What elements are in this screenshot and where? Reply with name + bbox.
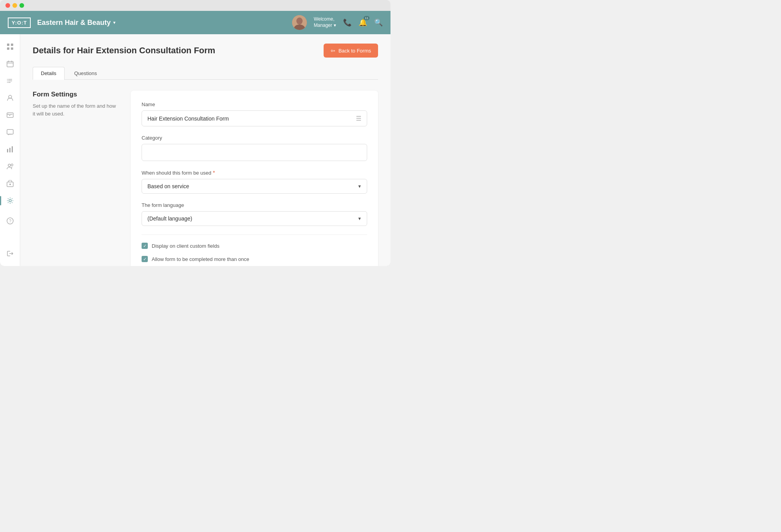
language-select[interactable]: (Default language) English French Spanis… [142, 211, 367, 226]
svg-rect-5 [7, 47, 9, 50]
sidebar-item-list[interactable] [2, 73, 18, 89]
sidebar-item-loyalty[interactable] [2, 176, 18, 191]
language-label: The form language [142, 202, 367, 208]
svg-rect-20 [7, 149, 8, 152]
svg-point-26 [9, 184, 11, 185]
welcome-text: Welcome, Manager ▾ [314, 16, 336, 28]
svg-point-23 [8, 164, 11, 166]
checkbox-allow-multiple: ✓ Allow form to be completed more than o… [142, 256, 367, 262]
svg-rect-19 [7, 130, 13, 134]
form-body: Form Settings Set up the name of the for… [33, 91, 378, 266]
page-title: Details for Hair Extension Consultation … [33, 46, 324, 56]
svg-rect-7 [7, 61, 13, 67]
check-icon: ✓ [143, 243, 147, 248]
phone-icon[interactable]: 📞 [343, 18, 352, 27]
form-fields-panel: Name Hair Extension Consultation Form ☰ … [131, 91, 378, 266]
checkbox-display-custom-box[interactable]: ✓ [142, 243, 148, 249]
page-header: Details for Hair Extension Consultation … [33, 44, 378, 58]
divider [142, 234, 367, 235]
notification-badge: 11 [364, 16, 369, 20]
when-select-wrapper: Based on service Always Never [142, 179, 367, 194]
svg-rect-4 [11, 44, 13, 46]
title-bar [0, 0, 390, 11]
language-select-wrapper: (Default language) English French Spanis… [142, 211, 367, 226]
language-field-group: The form language (Default language) Eng… [142, 202, 367, 226]
brand-dropdown-icon[interactable]: ▾ [113, 20, 116, 25]
name-input-value: Hair Extension Consultation Form [147, 116, 356, 122]
name-label: Name [142, 102, 367, 107]
topnav-right: Welcome, Manager ▾ 📞 🔔 11 🔍 [292, 15, 383, 30]
back-to-forms-button[interactable]: ⇦ Back to Forms [324, 44, 378, 58]
sidebar: ? [0, 34, 20, 266]
sidebar-item-messages[interactable] [2, 124, 18, 140]
search-icon[interactable]: 🔍 [374, 18, 383, 27]
svg-point-16 [7, 82, 8, 83]
sidebar-item-staff[interactable] [2, 159, 18, 174]
app-body: ? Details for Hair Extension Consultatio… [0, 34, 390, 266]
sidebar-item-settings[interactable] [2, 193, 18, 208]
maximize-dot[interactable] [19, 3, 24, 8]
sidebar-item-dashboard[interactable] [2, 39, 18, 54]
svg-point-24 [11, 164, 13, 166]
avatar-image [292, 15, 307, 30]
svg-rect-6 [11, 47, 13, 50]
checkbox-display-custom: ✓ Display on client custom fields [142, 243, 367, 249]
category-field-group: Category [142, 135, 367, 161]
notification-icon[interactable]: 🔔 11 [359, 18, 367, 27]
brand-name: Eastern Hair & Beauty [37, 19, 110, 27]
category-label: Category [142, 135, 367, 141]
when-label: When should this form be used * [142, 170, 367, 176]
form-settings-sidebar: Form Settings Set up the name of the for… [33, 91, 118, 266]
checkbox-allow-multiple-box[interactable]: ✓ [142, 256, 148, 262]
avatar[interactable] [292, 15, 307, 30]
svg-rect-22 [12, 146, 13, 152]
svg-rect-3 [7, 44, 9, 46]
form-settings-title: Form Settings [33, 91, 118, 98]
checkbox-allow-multiple-label: Allow form to be completed more than onc… [152, 256, 249, 262]
check-icon: ✓ [143, 257, 147, 262]
sidebar-item-help[interactable]: ? [2, 213, 18, 229]
close-dot[interactable] [5, 3, 10, 8]
when-select[interactable]: Based on service Always Never [142, 179, 367, 194]
checkbox-display-custom-label: Display on client custom fields [152, 243, 219, 249]
name-field-group: Name Hair Extension Consultation Form ☰ [142, 102, 367, 126]
when-field-group: When should this form be used * Based on… [142, 170, 367, 194]
svg-point-15 [7, 80, 8, 81]
top-navigation: Y:O:T Eastern Hair & Beauty ▾ Welcome, M… [0, 11, 390, 34]
svg-text:?: ? [9, 219, 11, 223]
main-content: Details for Hair Extension Consultation … [20, 34, 390, 266]
sidebar-item-reports[interactable] [2, 142, 18, 157]
sidebar-item-inbox[interactable] [2, 107, 18, 123]
tab-questions[interactable]: Questions [66, 67, 105, 79]
sidebar-item-calendar[interactable] [2, 56, 18, 72]
form-settings-description: Set up the name of the form and how it w… [33, 102, 118, 117]
svg-point-1 [296, 18, 303, 24]
svg-rect-21 [9, 148, 11, 152]
category-input[interactable] [142, 144, 367, 161]
minimize-dot[interactable] [12, 3, 17, 8]
tab-details[interactable]: Details [33, 67, 65, 80]
name-input-icon: ☰ [356, 115, 361, 122]
required-indicator: * [213, 170, 215, 176]
logo: Y:O:T [8, 18, 31, 28]
svg-point-27 [9, 200, 11, 202]
svg-point-14 [7, 79, 8, 80]
tabs: Details Questions [33, 67, 378, 80]
back-icon: ⇦ [331, 47, 335, 54]
sidebar-item-logout[interactable] [2, 246, 18, 261]
name-input[interactable]: Hair Extension Consultation Form ☰ [142, 110, 367, 126]
back-btn-label: Back to Forms [338, 48, 371, 54]
sidebar-item-clients[interactable] [2, 90, 18, 106]
